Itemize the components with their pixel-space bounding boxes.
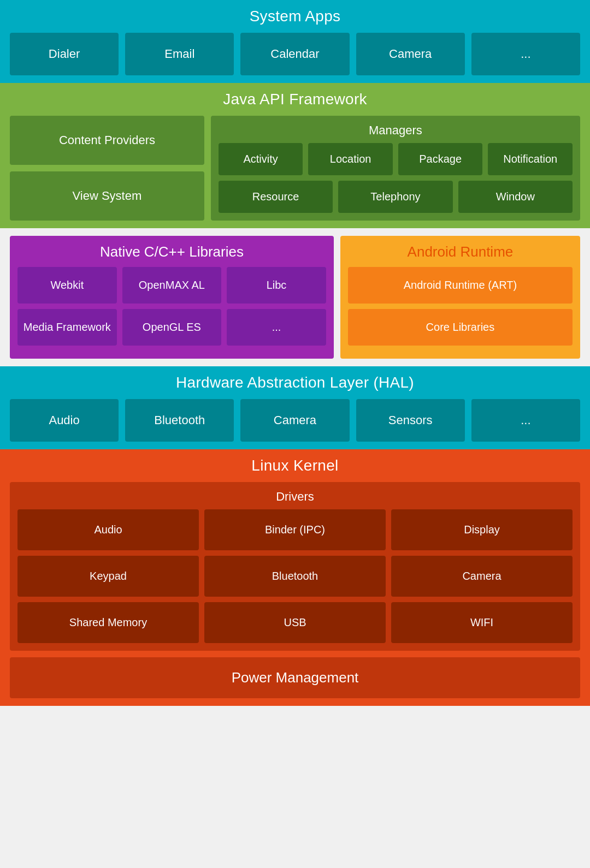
list-item: ... — [471, 33, 580, 75]
hal-grid: Audio Bluetooth Camera Sensors ... — [10, 399, 580, 442]
linux-kernel-layer: Linux Kernel Drivers Audio Binder (IPC) … — [0, 449, 590, 706]
native-libs-layer: Native C/C++ Libraries Webkit OpenMAX AL… — [10, 236, 334, 359]
list-item: Sensors — [356, 399, 465, 442]
list-item: Audio — [17, 509, 199, 550]
list-item: Dialer — [10, 33, 119, 75]
list-item: Package — [398, 143, 483, 175]
native-libs-grid-row2: Media Framework OpenGL ES ... — [17, 309, 326, 346]
android-runtime-art: Android Runtime (ART) — [348, 267, 573, 304]
android-runtime-layer: Android Runtime Android Runtime (ART) Co… — [340, 236, 580, 359]
list-item: Bluetooth — [125, 399, 234, 442]
list-item: Bluetooth — [204, 556, 386, 597]
list-item: Camera — [240, 399, 349, 442]
java-api-inner: Content Providers View System Managers A… — [10, 116, 580, 221]
list-item: Libc — [227, 267, 326, 304]
java-api-left: Content Providers View System — [10, 116, 204, 221]
native-libs-grid-row1: Webkit OpenMAX AL Libc — [17, 267, 326, 304]
android-runtime-title: Android Runtime — [348, 243, 573, 260]
list-item: Notification — [488, 143, 573, 175]
list-item: Media Framework — [17, 309, 117, 346]
list-item: Telephony — [338, 181, 452, 213]
view-system: View System — [10, 171, 204, 221]
java-api-title: Java API Framework — [10, 91, 580, 108]
list-item: Webkit — [17, 267, 117, 304]
managers-grid-row2: Resource Telephony Window — [219, 181, 573, 213]
list-item: Window — [458, 181, 573, 213]
list-item: Keypad — [17, 556, 199, 597]
list-item: Binder (IPC) — [204, 509, 386, 550]
list-item: Shared Memory — [17, 602, 199, 643]
drivers-grid-row2: Keypad Bluetooth Camera — [17, 556, 573, 597]
system-apps-layer: System Apps Dialer Email Calendar Camera… — [0, 0, 590, 83]
list-item: Activity — [219, 143, 303, 175]
drivers-box: Drivers Audio Binder (IPC) Display Keypa… — [10, 482, 580, 651]
list-item: Email — [125, 33, 234, 75]
list-item: Camera — [356, 33, 465, 75]
list-item: ... — [471, 399, 580, 442]
linux-kernel-title: Linux Kernel — [10, 457, 580, 474]
list-item: ... — [227, 309, 326, 346]
power-management: Power Management — [10, 657, 580, 698]
native-libs-title: Native C/C++ Libraries — [17, 243, 326, 260]
list-item: OpenMAX AL — [122, 267, 222, 304]
java-api-layer: Java API Framework Content Providers Vie… — [0, 83, 590, 228]
managers-grid-row1: Activity Location Package Notification — [219, 143, 573, 175]
list-item: Camera — [391, 556, 573, 597]
hal-title: Hardware Abstraction Layer (HAL) — [10, 374, 580, 391]
list-item: Location — [308, 143, 393, 175]
drivers-grid-row1: Audio Binder (IPC) Display — [17, 509, 573, 550]
list-item: Resource — [219, 181, 333, 213]
list-item: Calendar — [240, 33, 349, 75]
native-runtime-row: Native C/C++ Libraries Webkit OpenMAX AL… — [0, 228, 590, 366]
list-item: Audio — [10, 399, 119, 442]
list-item: USB — [204, 602, 386, 643]
android-runtime-core: Core Libraries — [348, 309, 573, 346]
managers-box: Managers Activity Location Package Notif… — [211, 116, 580, 221]
drivers-title: Drivers — [17, 490, 573, 504]
list-item: OpenGL ES — [122, 309, 222, 346]
hal-layer: Hardware Abstraction Layer (HAL) Audio B… — [0, 366, 590, 449]
content-providers: Content Providers — [10, 116, 204, 165]
list-item: WIFI — [391, 602, 573, 643]
system-apps-grid: Dialer Email Calendar Camera ... — [10, 33, 580, 75]
managers-title: Managers — [219, 123, 573, 138]
drivers-grid-row3: Shared Memory USB WIFI — [17, 602, 573, 643]
system-apps-title: System Apps — [10, 8, 580, 25]
list-item: Display — [391, 509, 573, 550]
